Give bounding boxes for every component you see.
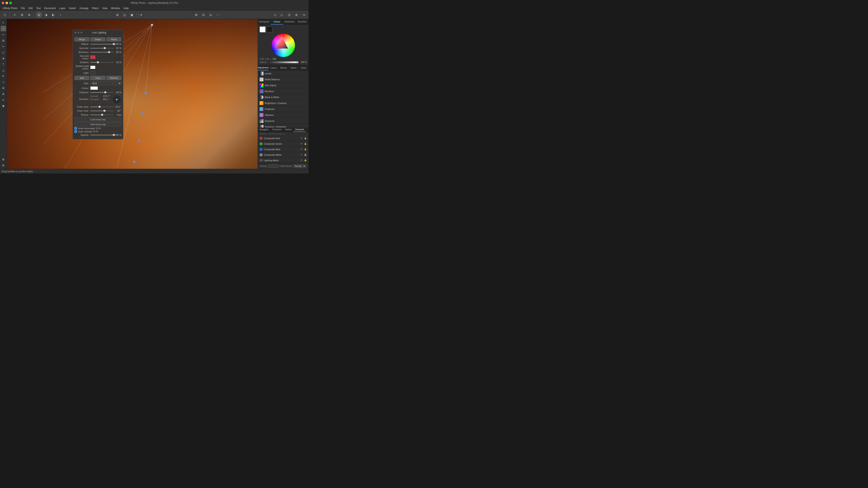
- adj-vibrance[interactable]: Vibrance: [258, 112, 309, 118]
- channel-composite-blue[interactable]: Composite Blue 👁 🔒: [258, 147, 309, 152]
- adj-posterize[interactable]: Posterize: [258, 106, 309, 112]
- channel-blue-lock[interactable]: 🔒: [304, 148, 307, 151]
- add-btn[interactable]: Add: [74, 76, 89, 80]
- export-btn[interactable]: ⇥: [301, 12, 307, 18]
- share-btn[interactable]: ⊕: [26, 12, 32, 18]
- adj-shadows-highlights[interactable]: Shadows / Highlights: [258, 124, 309, 128]
- crop-tool[interactable]: ✂: [1, 32, 6, 37]
- adj-tab-styles[interactable]: Styles: [289, 65, 299, 70]
- macro-btn[interactable]: ⊟: [200, 12, 207, 18]
- channels-tab-channels[interactable]: Channels: [293, 128, 306, 132]
- channels-tab-history[interactable]: History: [283, 128, 293, 132]
- erase-tool[interactable]: ◻: [1, 50, 6, 55]
- traffic-lights[interactable]: [2, 2, 12, 4]
- heal-tool[interactable]: ⊕: [1, 85, 6, 91]
- inner-cone-slider[interactable]: [90, 109, 114, 112]
- channel-blue-eye[interactable]: 👁: [300, 148, 303, 151]
- type-select[interactable]: Spot Point Directional: [90, 81, 121, 85]
- channels-view-btn[interactable]: ⊞: [193, 12, 199, 18]
- zoom-tool[interactable]: ⊕: [1, 162, 6, 168]
- menu-file[interactable]: File: [19, 6, 27, 10]
- ambient-colour-swatch[interactable]: [90, 66, 95, 69]
- copy-btn[interactable]: Copy: [90, 76, 105, 80]
- adj-hsl[interactable]: HSL Adjust: [258, 83, 309, 88]
- channel-lighting-lock[interactable]: 🔒: [304, 159, 307, 162]
- channel-green-lock[interactable]: 🔒: [304, 142, 307, 145]
- remove-btn[interactable]: Remove: [106, 76, 121, 80]
- scale-h-checkbox[interactable]: [74, 127, 77, 130]
- pen-tool[interactable]: ✒: [1, 73, 6, 79]
- clone-tool[interactable]: ⊗: [1, 91, 6, 97]
- adj-tab-layers[interactable]: Layers: [269, 65, 278, 70]
- adj-levels[interactable]: Levels: [258, 70, 309, 76]
- adj-black-white[interactable]: Black & White: [258, 94, 309, 100]
- menu-filters[interactable]: Filters: [90, 6, 100, 10]
- minimize-button[interactable]: [5, 2, 8, 4]
- paint-brush-tool[interactable]: ✏: [1, 44, 6, 49]
- redo-btn[interactable]: ▷: [279, 12, 285, 18]
- channel-alpha-lock[interactable]: 🔒: [304, 153, 307, 156]
- background-swatch[interactable]: [267, 27, 272, 32]
- clear-bump-btn[interactable]: Clear bump map: [74, 122, 121, 126]
- shininess-slider[interactable]: [90, 51, 114, 54]
- load-bump-btn[interactable]: Load bump map: [74, 117, 121, 122]
- panel-opacity-slider[interactable]: [90, 133, 114, 136]
- channel-composite-green[interactable]: Composite Green 👁 🔒: [258, 141, 309, 147]
- personas-btn-tone[interactable]: ○: [57, 12, 64, 18]
- view-btn[interactable]: ▣: [129, 12, 135, 18]
- adj-tab-stock[interactable]: Stock: [299, 65, 309, 70]
- channel-lighting-alpha[interactable]: Lighting Alpha 👁 🔒: [258, 158, 309, 163]
- adj-recolour[interactable]: Recolour: [258, 88, 309, 94]
- assist-btn[interactable]: ◱: [121, 12, 128, 18]
- shape-tool[interactable]: △: [1, 67, 6, 73]
- specular-slider[interactable]: [90, 46, 114, 50]
- adj-white-balance[interactable]: White Balance: [258, 76, 309, 83]
- distance-slider[interactable]: [90, 91, 114, 94]
- menu-view[interactable]: View: [100, 6, 110, 10]
- undo-btn[interactable]: ◁: [272, 12, 278, 18]
- channel-alpha-eye[interactable]: 👁: [300, 153, 303, 156]
- opacity-slider[interactable]: [269, 61, 299, 63]
- channel-green-eye[interactable]: 👁: [300, 142, 303, 145]
- menu-document[interactable]: Document: [42, 6, 58, 10]
- close-button[interactable]: [2, 2, 4, 4]
- menu-arrange[interactable]: Arrange: [78, 6, 90, 10]
- adj-brightness-contrast[interactable]: Brightness / Contrast: [258, 100, 309, 106]
- merge-btn[interactable]: Merge: [74, 37, 89, 41]
- canvas-area[interactable]: Live Lighting Merge Delete Reset Diffuse…: [7, 19, 258, 169]
- grid-btn[interactable]: ⊞: [114, 12, 121, 18]
- channels-tab-navigator[interactable]: Navigator: [258, 128, 270, 132]
- history-btn[interactable]: ↩: [12, 12, 18, 18]
- outer-cone-slider[interactable]: [90, 105, 114, 108]
- tab-brushes[interactable]: Brushes: [296, 19, 309, 25]
- blur-tool[interactable]: ◉: [1, 103, 6, 108]
- diffuse-slider[interactable]: [90, 42, 114, 45]
- text-tool[interactable]: T: [1, 61, 6, 67]
- texture-slider[interactable]: [90, 113, 114, 116]
- channels-tab-transform[interactable]: Transform: [270, 128, 283, 132]
- zoom-btn[interactable]: ⊡: [286, 12, 292, 18]
- adj-tab-effects[interactable]: Effects: [278, 65, 288, 70]
- channel-lighting-eye[interactable]: 👁: [300, 159, 303, 162]
- direction-circle[interactable]: [112, 95, 121, 104]
- view-tool[interactable]: ⊞: [1, 157, 6, 162]
- view-mode-btn[interactable]: ⬛ ▾: [136, 12, 142, 18]
- menu-text[interactable]: Text: [35, 6, 42, 10]
- channel-composite-alpha[interactable]: Composite Alpha 👁 🔒: [258, 152, 309, 158]
- reset-btn[interactable]: Reset: [106, 37, 121, 41]
- snapping-btn[interactable]: ⊞: [19, 12, 25, 18]
- adj-tab-adjustment[interactable]: Adjustment: [258, 65, 269, 70]
- menu-select[interactable]: Select: [67, 6, 78, 10]
- ambient-slider[interactable]: [90, 61, 114, 64]
- menu-window[interactable]: Window: [110, 6, 122, 10]
- tab-colour[interactable]: Colour: [271, 19, 283, 25]
- move-tool[interactable]: ↖: [1, 20, 6, 25]
- delete-btn[interactable]: Delete: [90, 37, 105, 41]
- blend-mode-select[interactable]: Normal Multiply Screen Overlay: [293, 164, 306, 168]
- transform-tool[interactable]: ⊞: [1, 38, 6, 43]
- print-btn[interactable]: ⊕: [293, 12, 300, 18]
- channel-red-lock[interactable]: 🔒: [304, 137, 307, 140]
- menu-layer[interactable]: Layer: [57, 6, 67, 10]
- specular-colour-swatch[interactable]: [90, 56, 95, 59]
- scale-v-checkbox[interactable]: [74, 130, 77, 133]
